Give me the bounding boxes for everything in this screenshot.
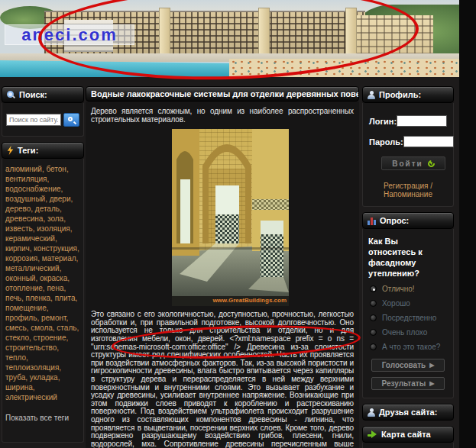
registration-link[interactable]: Регистрация — [384, 182, 428, 190]
right-sidebar: Профиль: Логин: Пароль: Войти Регистраци… — [362, 86, 454, 448]
search-input[interactable] — [6, 114, 61, 126]
radio-button[interactable] — [370, 343, 377, 350]
poll-option-label: Очень плохо — [382, 328, 427, 337]
show-all-tags-link[interactable]: Показать все теги — [5, 414, 80, 422]
green-arrow-icon — [368, 430, 377, 438]
search-panel: Поиск: — [2, 86, 84, 137]
reminder-link[interactable]: Напоминание — [384, 190, 432, 198]
tags-panel-header: Теги: — [2, 142, 84, 159]
radio-button[interactable] — [370, 329, 377, 336]
header-banner-photo: aneci.com — [0, 0, 459, 77]
search-panel-title: Поиск: — [19, 90, 47, 99]
profile-panel: Профиль: Логин: Пароль: Войти Регистраци… — [362, 86, 454, 207]
results-button-label: Результаты — [382, 379, 426, 388]
article-intro-paragraph: Дерево является сложным, но одним из наи… — [91, 108, 354, 124]
tags-panel-title: Теги: — [18, 146, 38, 155]
login-button-label: Войти — [392, 160, 423, 168]
left-sidebar: Поиск: Теги: алюминий, бетон, вентиляция… — [2, 86, 84, 448]
friends-panel-header: Друзья сайта: — [362, 404, 454, 421]
profile-panel-header: Профиль: — [362, 86, 454, 103]
poll-option-label: Хорошо — [382, 299, 410, 308]
radio-button[interactable] — [370, 314, 377, 321]
tag-cloud[interactable]: алюминий, бетон, вентиляция, водоснабжен… — [5, 164, 80, 402]
lightning-icon — [7, 146, 14, 155]
sitemap-panel-title: Карта сайта — [381, 430, 431, 439]
refresh-icon — [426, 159, 436, 169]
person-icon — [368, 408, 375, 417]
person-icon — [368, 91, 375, 99]
poll-panel: Опрос: Как Вы относитесь к фасадному уте… — [362, 212, 454, 398]
main-content: Водные лакокрасочные системы для отделки… — [86, 86, 359, 448]
tags-panel: Теги: алюминий, бетон, вентиляция, водос… — [2, 142, 84, 443]
poll-panel-title: Опрос: — [380, 216, 409, 225]
results-button[interactable]: Результаты ▶ — [371, 377, 445, 390]
sitemap-panel-header: Карта сайта — [362, 426, 454, 443]
article-main-paragraph: Это связано с его экологичностью, доступ… — [91, 311, 354, 448]
login-button[interactable]: Войти — [381, 156, 445, 170]
image-caption: www.GreatBuildings.com — [172, 296, 289, 306]
poll-panel-header: Опрос: — [362, 212, 454, 229]
arrow-right-icon: ▶ — [429, 380, 434, 387]
poll-panel-body: Как Вы относитесь к фасадному утеплению?… — [362, 229, 454, 398]
alhambra-corridor-image — [172, 129, 289, 296]
password-field[interactable] — [403, 136, 454, 147]
article-figure: www.GreatBuildings.com — [172, 129, 289, 306]
poll-option: А что это такое? — [370, 343, 446, 351]
profile-panel-title: Профиль: — [379, 90, 421, 99]
poll-option-label: Отлично! — [382, 285, 415, 293]
friends-panel: Друзья сайта: — [362, 404, 454, 421]
bar-chart-icon — [368, 217, 376, 225]
poll-option-label: А что это такое? — [382, 343, 440, 351]
sitemap-page-links[interactable]: |1| 2| 3| 4| 5| 6| 7| 8| 9| 10| 11| |12|… — [362, 443, 454, 448]
banner-pool — [0, 60, 243, 77]
link-separator: / — [430, 182, 432, 190]
search-icon — [7, 91, 15, 99]
login-field[interactable] — [397, 115, 447, 127]
sitemap-panel: Карта сайта |1| 2| 3| 4| 5| 6| 7| 8| 9| … — [362, 426, 454, 448]
password-label: Пароль: — [369, 137, 403, 147]
arrow-right-icon: ▶ — [429, 362, 434, 369]
auth-links: Регистрация / Напоминание — [369, 182, 447, 198]
poll-option-label: Посредственно — [382, 314, 436, 322]
profile-panel-body: Логин: Пароль: Войти Регистрация / Напом… — [362, 103, 454, 207]
site-watermark: aneci.com — [5, 24, 134, 45]
tags-panel-body: алюминий, бетон, вентиляция, водоснабжен… — [2, 159, 84, 443]
search-button[interactable] — [63, 113, 79, 127]
banner-tower — [258, 8, 270, 58]
magnifier-icon — [68, 117, 73, 121]
banner-tower — [345, 8, 357, 58]
vote-button-label: Голосовать — [382, 361, 426, 369]
login-label: Логин: — [369, 117, 397, 126]
poll-option: Отлично! — [370, 285, 446, 293]
banner-tower — [159, 8, 170, 58]
radio-button[interactable] — [370, 285, 377, 292]
search-panel-body — [2, 103, 84, 137]
friends-panel-title: Друзья сайта: — [379, 408, 437, 417]
radio-button[interactable] — [370, 300, 377, 307]
article-body: Дерево является сложным, но одним из наи… — [86, 102, 359, 448]
poll-question: Как Вы относитесь к фасадному утеплению? — [368, 236, 448, 279]
banner-beach — [229, 59, 459, 77]
poll-option: Очень плохо — [370, 328, 446, 337]
article-title[interactable]: Водные лакокрасочные системы для отделки… — [86, 86, 359, 102]
search-panel-header: Поиск: — [2, 86, 84, 103]
vote-button[interactable]: Голосовать ▶ — [371, 359, 445, 372]
poll-option: Посредственно — [370, 314, 446, 322]
poll-option: Хорошо — [370, 299, 446, 308]
